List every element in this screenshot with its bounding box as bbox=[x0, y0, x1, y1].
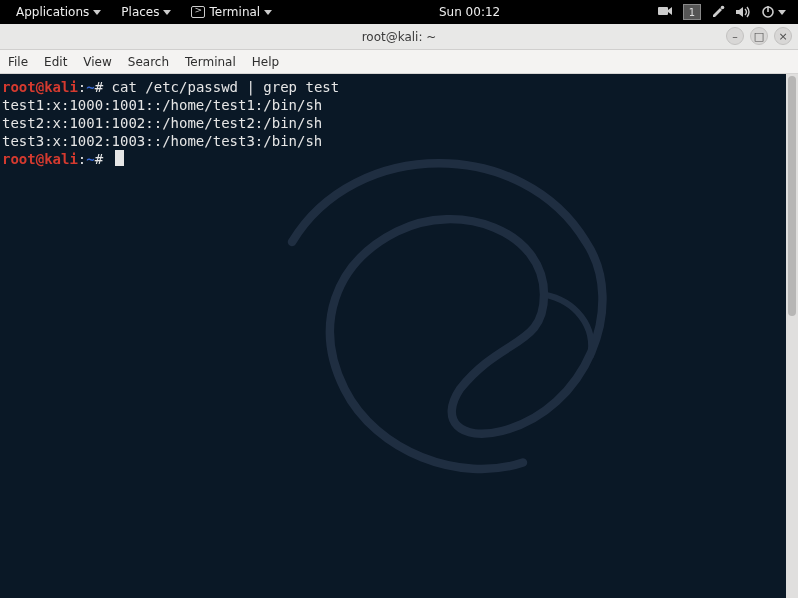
prompt-symbol: # bbox=[95, 79, 103, 95]
menu-help[interactable]: Help bbox=[244, 50, 287, 74]
menu-file[interactable]: File bbox=[0, 50, 36, 74]
terminal-output-line: test2:x:1001:1002::/home/test2:/bin/sh bbox=[2, 114, 794, 132]
applications-label: Applications bbox=[16, 5, 89, 19]
prompt-user: root@kali bbox=[2, 79, 78, 95]
chevron-down-icon bbox=[93, 10, 101, 15]
prompt-symbol: # bbox=[95, 151, 103, 167]
prompt-path: ~ bbox=[86, 151, 94, 167]
window-title: root@kali: ~ bbox=[362, 30, 437, 44]
svg-rect-0 bbox=[658, 7, 668, 15]
scrollbar-thumb[interactable] bbox=[788, 76, 796, 316]
terminal-content[interactable]: root@kali:~# cat /etc/passwd | grep test… bbox=[0, 74, 798, 598]
gnome-top-panel: Applications Places Terminal Sun 00:12 1 bbox=[0, 0, 798, 24]
menubar: File Edit View Search Terminal Help bbox=[0, 50, 798, 74]
prompt-path: ~ bbox=[86, 79, 94, 95]
places-menu[interactable]: Places bbox=[111, 0, 181, 24]
scrollbar[interactable] bbox=[786, 74, 798, 598]
power-menu[interactable] bbox=[761, 5, 786, 19]
menu-edit[interactable]: Edit bbox=[36, 50, 75, 74]
terminal-menu[interactable]: Terminal bbox=[181, 0, 282, 24]
workspace-indicator[interactable]: 1 bbox=[683, 4, 701, 20]
color-picker-icon[interactable] bbox=[711, 5, 725, 19]
power-icon bbox=[761, 5, 775, 19]
terminal-icon bbox=[191, 6, 205, 18]
terminal-label: Terminal bbox=[209, 5, 260, 19]
terminal-output-line: test1:x:1000:1001::/home/test1:/bin/sh bbox=[2, 96, 794, 114]
prompt-user: root@kali bbox=[2, 151, 78, 167]
terminal-line: root@kali:~# bbox=[2, 150, 794, 168]
minimize-button[interactable]: – bbox=[726, 27, 744, 45]
cursor-icon bbox=[115, 150, 124, 166]
terminal-viewport: root@kali:~# cat /etc/passwd | grep test… bbox=[0, 74, 798, 598]
command-text: cat /etc/passwd | grep test bbox=[103, 79, 339, 95]
chevron-down-icon bbox=[264, 10, 272, 15]
terminal-window: root@kali: ~ – □ × File Edit View Search… bbox=[0, 24, 798, 598]
terminal-output-line: test3:x:1002:1003::/home/test3:/bin/sh bbox=[2, 132, 794, 150]
clock-label[interactable]: Sun 00:12 bbox=[439, 5, 500, 19]
places-label: Places bbox=[121, 5, 159, 19]
maximize-button[interactable]: □ bbox=[750, 27, 768, 45]
close-button[interactable]: × bbox=[774, 27, 792, 45]
terminal-line: root@kali:~# cat /etc/passwd | grep test bbox=[2, 78, 794, 96]
volume-icon[interactable] bbox=[735, 5, 751, 19]
applications-menu[interactable]: Applications bbox=[6, 0, 111, 24]
window-titlebar[interactable]: root@kali: ~ – □ × bbox=[0, 24, 798, 50]
chevron-down-icon bbox=[163, 10, 171, 15]
svg-point-1 bbox=[721, 6, 725, 10]
camera-icon[interactable] bbox=[657, 4, 673, 21]
menu-search[interactable]: Search bbox=[120, 50, 177, 74]
menu-terminal[interactable]: Terminal bbox=[177, 50, 244, 74]
chevron-down-icon bbox=[778, 10, 786, 15]
menu-view[interactable]: View bbox=[75, 50, 119, 74]
